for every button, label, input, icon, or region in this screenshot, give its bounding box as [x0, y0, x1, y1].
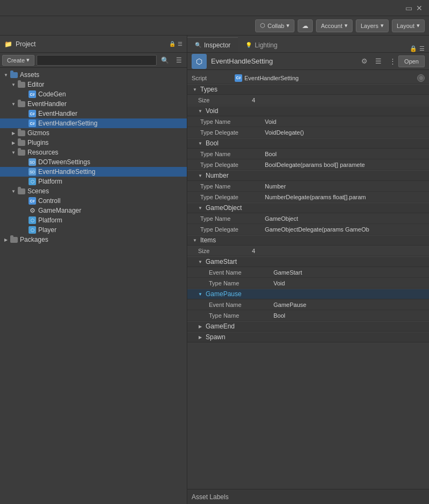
- cloud-button[interactable]: ☁: [298, 19, 313, 32]
- tree-item-dotweensettings[interactable]: SO DOTweenSettings: [0, 157, 187, 167]
- script-name: EventHandlerSetting: [244, 75, 299, 81]
- tree-item-gizmos[interactable]: ▶ Gizmos: [0, 128, 187, 138]
- section-types[interactable]: ▼ Types: [187, 84, 429, 95]
- open-button[interactable]: Open: [398, 55, 425, 67]
- number-typename-label: Type Name: [200, 183, 265, 190]
- dotween-spacer: [20, 158, 28, 166]
- dotween-label: DOTweenSettings: [38, 158, 90, 166]
- section-gameend[interactable]: ▶ GameEnd: [187, 321, 429, 332]
- panel-lock-icon[interactable]: 🔒: [169, 41, 175, 47]
- layout-arrow-icon: ▾: [417, 22, 420, 29]
- inspector-icon-btn-3[interactable]: ⋮: [386, 55, 398, 67]
- bool-arrow-icon: ▼: [197, 140, 203, 146]
- script-select-btn[interactable]: ◎: [417, 74, 425, 82]
- types-size-label: Size: [198, 97, 252, 103]
- panel-menu-icon[interactable]: ☰: [178, 41, 182, 47]
- platform-asset-icon: ⬡: [28, 178, 37, 185]
- eventhandler-arrow-spacer: [20, 110, 28, 117]
- tab-inspector[interactable]: 🔍 Inspector: [187, 37, 238, 52]
- controll-spacer: [20, 197, 28, 205]
- inspector-icon-btn-1[interactable]: ⚙: [358, 55, 370, 67]
- packages-label: Packages: [20, 236, 48, 243]
- resources-label: Resources: [27, 149, 58, 156]
- inspector-icon-btn-2[interactable]: ☰: [372, 55, 384, 67]
- number-label: Number: [206, 172, 229, 179]
- collab-dropdown[interactable]: ⬡ Collab ▾: [255, 19, 294, 32]
- tree-item-player[interactable]: ⬡ Player: [0, 225, 187, 235]
- types-arrow-icon: ▼: [192, 86, 198, 93]
- spawn-label: Spawn: [206, 333, 226, 341]
- section-spawn[interactable]: ▶ Spawn: [187, 332, 429, 342]
- section-items[interactable]: ▼ Items: [187, 235, 429, 246]
- layers-dropdown[interactable]: Layers ▾: [356, 19, 389, 32]
- tree-item-eventhandlesetting-asset[interactable]: SO EventHandleSetting: [0, 167, 187, 177]
- lighting-tab-label: Lighting: [255, 41, 277, 49]
- panel-layout-icon[interactable]: ☰: [419, 45, 425, 52]
- gamemanager-icon: ⚙: [28, 207, 37, 214]
- controll-cs-icon: C#: [28, 197, 37, 205]
- section-gamestart[interactable]: ▼ GameStart: [187, 256, 429, 267]
- tree-item-eventhandlersetting[interactable]: C# EventHandlerSetting: [0, 118, 187, 128]
- spawn-arrow-icon: ▶: [197, 334, 203, 340]
- gm-spacer: [20, 207, 28, 214]
- number-typedelegate-label: Type Delegate: [200, 194, 265, 200]
- tree-item-codegen[interactable]: C# CodeGen: [0, 89, 187, 99]
- panel-options-icon[interactable]: 🔒: [410, 45, 417, 52]
- tree-item-plugins[interactable]: ▶ Plugins: [0, 138, 187, 148]
- gameend-label: GameEnd: [206, 323, 235, 330]
- dotween-so-icon: SO: [28, 158, 37, 166]
- tree-item-platform-asset[interactable]: ⬡ Platform: [0, 177, 187, 186]
- right-panel: 🔍 Inspector 💡 Lighting 🔒 ☰ ⬡ EventHandle…: [187, 36, 429, 504]
- gameobject-label: GameObject: [206, 204, 242, 212]
- account-dropdown[interactable]: Account ▾: [316, 19, 353, 32]
- script-label: Script: [192, 75, 235, 81]
- tree-item-platform-scene[interactable]: ⬡ Platform: [0, 215, 187, 225]
- eventhandlersetting-arrow-spacer: [20, 120, 28, 127]
- filter-button[interactable]: ☰: [173, 55, 185, 66]
- gamestart-label: GameStart: [206, 258, 237, 265]
- gamepause-eventname-value: GamePause: [273, 302, 425, 308]
- section-gameobject[interactable]: ▼ GameObject: [187, 202, 429, 213]
- section-bool[interactable]: ▼ Bool: [187, 138, 429, 149]
- eventhandlersetting-label: EventHandlerSetting: [38, 120, 97, 127]
- tree-item-packages[interactable]: ▶ Packages: [0, 235, 187, 244]
- tree-item-eventhandler-folder[interactable]: ▼ EventHandler: [0, 99, 187, 109]
- restore-button[interactable]: ▭: [403, 3, 414, 13]
- tree-item-scenes[interactable]: ▼ Scenes: [0, 186, 187, 196]
- gamepause-typename-value: Bool: [273, 312, 425, 319]
- search-input[interactable]: [37, 55, 157, 66]
- codegen-arrow-spacer: [20, 90, 28, 98]
- items-size-row: Size 4: [187, 246, 429, 256]
- tree-item-resources[interactable]: ▼ Resources: [0, 148, 187, 157]
- ehs-label: EventHandleSetting: [38, 168, 95, 176]
- gizmos-arrow-icon: ▶: [10, 129, 17, 137]
- layout-dropdown[interactable]: Layout ▾: [392, 19, 425, 32]
- search-button[interactable]: 🔍: [159, 55, 171, 66]
- tree-item-editor[interactable]: ▼ Editor: [0, 80, 187, 89]
- section-void[interactable]: ▼ Void: [187, 106, 429, 116]
- gameobject-typename-label: Type Name: [200, 215, 265, 222]
- items-label: Items: [200, 236, 216, 244]
- number-arrow-icon: ▼: [197, 172, 203, 179]
- gamestart-eventname-row: Event Name GameStart: [187, 267, 429, 278]
- eventhandler-folder-icon: [17, 100, 26, 108]
- gamestart-typename-label: Type Name: [209, 280, 273, 286]
- platform-asset-label: Platform: [38, 178, 62, 185]
- tree-item-controll[interactable]: C# Controll: [0, 196, 187, 206]
- inspector-asset-header: ⬡ EventHandleSetting ⚙ ☰ ⋮ Open: [187, 53, 429, 70]
- items-size-label: Size: [198, 248, 252, 254]
- tab-lighting[interactable]: 💡 Lighting: [238, 37, 285, 52]
- bool-typedelegate-label: Type Delegate: [200, 162, 265, 168]
- plugins-label: Plugins: [27, 139, 48, 146]
- tree-item-gamemanager[interactable]: ⚙ GameManager: [0, 206, 187, 215]
- assets-folder-icon: [10, 71, 18, 79]
- close-button[interactable]: ✕: [414, 3, 425, 13]
- section-number[interactable]: ▼ Number: [187, 170, 429, 181]
- project-tree: ▼ Assets ▼ Editor C# CodeGen ▼ EventHand…: [0, 68, 187, 504]
- asset-labels-text: Asset Labels: [192, 493, 229, 501]
- section-gamepause[interactable]: ▼ GamePause: [187, 289, 429, 299]
- script-row: Script C# EventHandlerSetting ◎: [187, 72, 429, 84]
- create-button[interactable]: Create ▾: [2, 55, 34, 66]
- tree-item-assets[interactable]: ▼ Assets: [0, 70, 187, 80]
- tree-item-eventhandler[interactable]: C# EventHandler: [0, 109, 187, 118]
